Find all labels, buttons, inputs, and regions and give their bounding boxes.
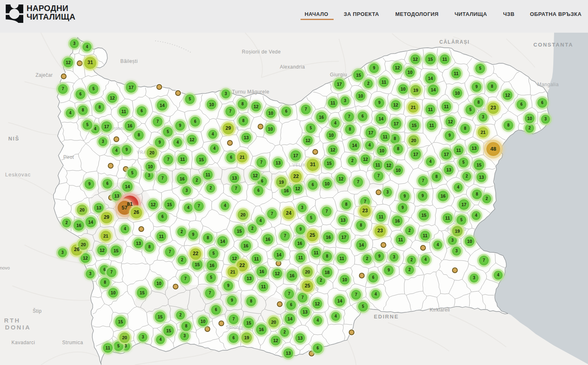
svg-text:EDIRNE: EDIRNE: [374, 314, 399, 320]
svg-text:CONSTANTA: CONSTANTA: [533, 42, 573, 48]
svg-text:Zaječar: Zaječar: [36, 72, 53, 78]
svg-text:Štip: Štip: [33, 308, 42, 314]
svg-text:Băilești: Băilești: [120, 58, 138, 64]
svg-text:NIŠ: NIŠ: [8, 136, 20, 142]
svg-text:Mangalia: Mangalia: [537, 82, 559, 87]
svg-text:Turnu Măgurele: Turnu Măgurele: [232, 89, 269, 95]
svg-text:novo: novo: [0, 265, 10, 270]
svg-text:Pirot: Pirot: [63, 154, 74, 160]
svg-text:Alexandria: Alexandria: [280, 64, 305, 70]
svg-text:Roșiorii de Vede: Roșiorii de Vede: [242, 49, 281, 55]
svg-text:Giurgiu: Giurgiu: [330, 72, 347, 78]
svg-text:Leskovac: Leskovac: [5, 171, 31, 178]
svg-text:Strumica: Strumica: [62, 340, 83, 345]
svg-text:Kavadarci: Kavadarci: [11, 340, 35, 345]
svg-text:CĂLĂRAȘI: CĂLĂRAȘI: [439, 39, 470, 45]
svg-text:RTH: RTH: [4, 317, 20, 324]
svg-text:DONIA: DONIA: [5, 324, 31, 331]
svg-text:Kırklareli: Kırklareli: [430, 307, 450, 313]
